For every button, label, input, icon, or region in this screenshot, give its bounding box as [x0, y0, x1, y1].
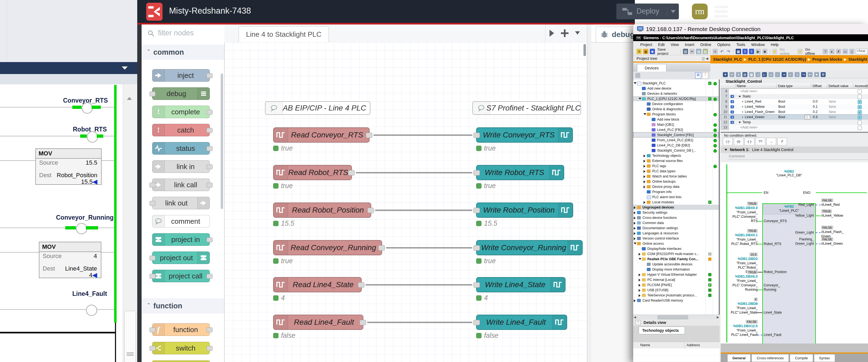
- flow-tab[interactable]: Line 4 to Stacklight PLC: [239, 26, 329, 43]
- lad-button[interactable]: -|/|-: [734, 138, 744, 145]
- tree-hscrollbar[interactable]: ◀ ▶: [633, 315, 720, 319]
- lad-button[interactable]: -| |-: [723, 138, 733, 145]
- expand-icon[interactable]: [639, 284, 641, 287]
- variable-table[interactable]: NameData typeOffsetDefault valueAccessib…: [721, 83, 868, 132]
- node-port-in[interactable]: [473, 170, 480, 175]
- paste-icon[interactable]: ▧: [703, 49, 708, 54]
- tree-item[interactable]: Realtek PCIe GBE Family Con...: [633, 256, 719, 261]
- expand-icon[interactable]: [639, 274, 641, 276]
- tab-compile[interactable]: Compile: [790, 354, 813, 362]
- palette-node-complete[interactable]: !complete: [152, 106, 210, 118]
- read-node[interactable]: Read Conveyor_Running: [273, 240, 382, 255]
- tree-item[interactable]: Device configuration: [633, 101, 719, 106]
- save-icon[interactable]: ■: [650, 49, 655, 54]
- undo-icon[interactable]: ↶: [719, 49, 724, 54]
- menu-help[interactable]: Help: [771, 43, 779, 47]
- insert-network-icon[interactable]: ✦: [723, 72, 728, 77]
- accessible-checkbox[interactable]: [858, 89, 862, 94]
- tree-item[interactable]: Display/hide interfaces: [633, 246, 719, 251]
- tree-item[interactable]: Security settings: [633, 210, 719, 215]
- start-sim-icon[interactable]: ▸: [829, 49, 835, 54]
- tree-item[interactable]: Online & diagnostics: [633, 106, 719, 112]
- tree-item[interactable]: Card Reader/USB memory: [633, 298, 719, 303]
- next-flow-icon[interactable]: [550, 30, 554, 37]
- monitor-off-icon[interactable]: ◑: [795, 72, 800, 77]
- expand-icon[interactable]: [634, 227, 636, 230]
- palette-scrollbar-thumb[interactable]: [221, 74, 223, 209]
- tree-item[interactable]: PLC_1 [CPU 1212C AC/DC/Rly]✓: [633, 96, 719, 101]
- node-port-out[interactable]: [207, 183, 213, 188]
- read-node[interactable]: Read Line4_State: [273, 277, 362, 292]
- menu-edit[interactable]: Edit: [658, 43, 665, 47]
- project-tree[interactable]: Stacklight_PLC✓Add new deviceDevices & n…: [633, 80, 720, 315]
- expand-icon[interactable]: [634, 217, 636, 219]
- tab-devices[interactable]: Devices: [637, 64, 666, 72]
- read-node[interactable]: Read Robot_RTS: [273, 165, 352, 180]
- tree-item[interactable]: Update accessible devices: [633, 261, 719, 267]
- flow-list-chevron-icon[interactable]: [575, 31, 580, 34]
- tia-titlebar[interactable]: TIA Siemens - C:\Users\richard\Documents…: [633, 34, 868, 41]
- write-node[interactable]: Write Line4_State: [476, 277, 565, 292]
- column-header[interactable]: Name: [735, 83, 777, 89]
- tree-item[interactable]: Documentation settings: [633, 225, 719, 230]
- accessible-checkbox[interactable]: [858, 126, 862, 130]
- scroll-right-icon[interactable]: ▶: [717, 315, 719, 319]
- tree-item[interactable]: Stacklight_Control [FB1]: [633, 132, 719, 137]
- read-node[interactable]: Read Conveyor_RTS: [273, 128, 370, 143]
- node-port-out[interactable]: [207, 128, 213, 133]
- read-node[interactable]: Read Line4_Fault: [273, 315, 363, 330]
- expand-icon[interactable]: [634, 299, 636, 302]
- tree-item[interactable]: Stacklight_PLC✓: [633, 81, 719, 86]
- node-port-in[interactable]: [150, 274, 155, 279]
- tree-item[interactable]: COM [RS232/PPI multi-master c...?: [633, 251, 719, 256]
- expand-icon[interactable]: [644, 175, 645, 178]
- lad-editor[interactable]: %FB2"Line4_PLC"%DB2"Line4_PLC_DB"ENENOTR…: [721, 162, 868, 343]
- expand-icon[interactable]: [644, 180, 645, 183]
- palette[interactable]: ˇcommoninjectdebug!complete!catchstatusl…: [142, 43, 224, 362]
- tab-cross-references[interactable]: Cross-references: [751, 354, 789, 362]
- lad-button[interactable]: ↱: [777, 138, 787, 145]
- expand-icon[interactable]: [644, 170, 645, 173]
- tree-item[interactable]: Device proxy data: [633, 184, 719, 189]
- comment-toggle-icon[interactable]: ○: [775, 72, 780, 77]
- collapse-icon[interactable]: [639, 258, 641, 260]
- details-view-header[interactable]: ˆ Details view: [633, 319, 720, 326]
- lad-button[interactable]: →: [766, 138, 776, 145]
- palette-section-function[interactable]: ˇfunction: [142, 298, 224, 313]
- favorites-icon[interactable]: ★: [814, 72, 819, 77]
- accessible-checkbox[interactable]: [858, 120, 862, 124]
- node-port-out[interactable]: [207, 238, 213, 242]
- canvas-scrollbar-thumb[interactable]: [584, 44, 586, 56]
- datatype-picker-button[interactable]: [805, 115, 810, 119]
- upload-from-device-icon[interactable]: ⇧: [749, 49, 754, 54]
- palette-node-inject[interactable]: inject: [152, 69, 210, 82]
- breadcrumb-item[interactable]: Stacklight_Co: [848, 57, 868, 61]
- column-header[interactable]: Offset: [811, 83, 827, 89]
- tree-item[interactable]: Display more information: [633, 267, 719, 272]
- accessible-devices-icon[interactable]: ?: [823, 49, 828, 54]
- collapse-icon[interactable]: [644, 113, 646, 115]
- write-node[interactable]: Write Robot_Position: [476, 202, 573, 218]
- lad-button[interactable]: -( )-: [745, 138, 754, 145]
- jump-icon[interactable]: ↪: [801, 72, 806, 77]
- node-port-in[interactable]: [150, 91, 155, 96]
- node-port-in[interactable]: [150, 328, 155, 332]
- tree-item[interactable]: Hyper-V Virtual Ethernet Adapter: [633, 272, 719, 277]
- tree-item[interactable]: PLC data types: [633, 168, 719, 174]
- table-row[interactable]: 11◂▪Line4_GreenBool0.3false✓: [721, 115, 868, 120]
- tree-item[interactable]: Main [OB1]: [633, 122, 719, 127]
- details-view-icon[interactable]: ▤: [695, 73, 701, 79]
- palette-node-catch[interactable]: !catch: [152, 124, 210, 136]
- tree-item[interactable]: External source files: [633, 158, 719, 163]
- tab-general[interactable]: General: [727, 354, 751, 362]
- tree-item[interactable]: Add new block: [633, 117, 719, 122]
- tree-item[interactable]: Online backups: [633, 179, 719, 184]
- table-row[interactable]: 7◂Static: [721, 94, 868, 99]
- breadcrumb-item[interactable]: Program blocks: [812, 57, 842, 61]
- write-node[interactable]: Write Conveyor_Running: [476, 240, 583, 255]
- table-row[interactable]: 13<Add new>: [721, 125, 868, 130]
- write-node[interactable]: Write Line4_Fault: [476, 315, 567, 330]
- call-icon[interactable]: ↩: [808, 72, 812, 77]
- ladder-scrollbar-thumb[interactable]: [124, 311, 136, 362]
- remove-split-icon[interactable]: ▭: [842, 49, 848, 54]
